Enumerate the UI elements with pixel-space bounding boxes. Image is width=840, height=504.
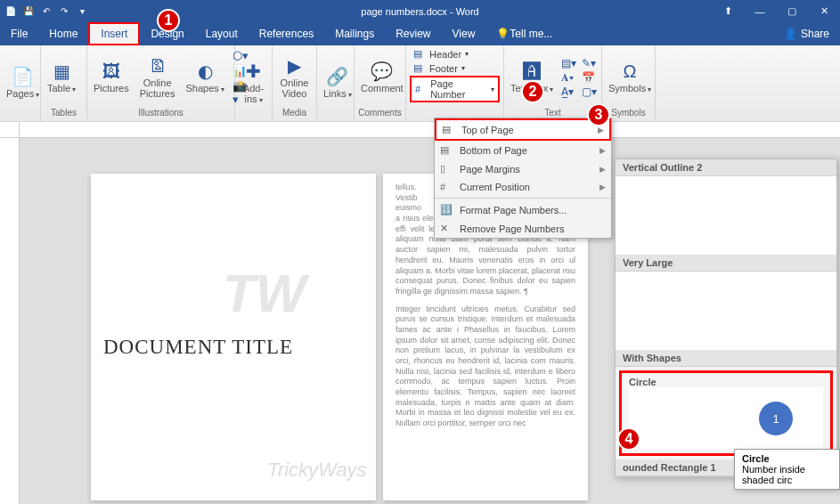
- comment-button[interactable]: 💬Comment: [358, 60, 406, 95]
- tab-mailings[interactable]: Mailings: [324, 22, 385, 45]
- symbols-button[interactable]: ΩSymbols: [606, 60, 654, 96]
- addins-button[interactable]: ✚Add-ins: [239, 60, 268, 107]
- gallery-thumb[interactable]: [616, 272, 836, 350]
- word-logo-icon: 📄: [4, 4, 18, 19]
- dropcap-icon[interactable]: A̲▾: [561, 85, 576, 98]
- online-pictures-button[interactable]: 🖻Online Pictures: [137, 54, 178, 101]
- gallery-section-vl: Very Large: [616, 255, 836, 272]
- signature-icon[interactable]: ✎▾: [582, 57, 597, 69]
- redo-icon[interactable]: ↷: [57, 4, 71, 19]
- comments-group-label: Comments: [358, 108, 402, 119]
- annotation-badge-2: 2: [521, 80, 544, 103]
- tab-home[interactable]: Home: [38, 22, 88, 45]
- tooltip-body: Number inside shaded circ: [742, 464, 832, 485]
- tooltip: Circle Number inside shaded circ: [734, 449, 840, 490]
- minimize-icon[interactable]: —: [744, 0, 776, 22]
- document-page[interactable]: DOCUMENT TITLE: [91, 174, 376, 500]
- tooltip-title: Circle: [742, 453, 832, 464]
- page-number-button[interactable]: #Page Number▾: [410, 76, 500, 102]
- menu-remove-page-numbers[interactable]: ✕Remove Page Numbers: [435, 219, 611, 238]
- shapes-button[interactable]: ◐Shapes: [183, 60, 226, 96]
- menu-bottom-of-page[interactable]: ▤Bottom of Page▶: [435, 141, 611, 159]
- gallery-section-vo2: Vertical Outline 2: [616, 159, 836, 176]
- tab-review[interactable]: Review: [385, 22, 441, 45]
- watermark-text: TrickyWays: [267, 459, 367, 482]
- pages-button[interactable]: 📄Pages: [4, 65, 42, 102]
- horizontal-ruler[interactable]: [0, 122, 840, 138]
- vertical-ruler[interactable]: [0, 138, 20, 504]
- quick-parts-icon[interactable]: ▤▾: [561, 57, 576, 69]
- gallery-section-withshapes: With Shapes: [616, 350, 836, 367]
- page-number-gallery: Vertical Outline 2 Very Large With Shape…: [615, 159, 837, 477]
- qat-dropdown-icon[interactable]: ▾: [75, 4, 89, 19]
- links-button[interactable]: 🔗Links: [321, 65, 355, 102]
- header-button[interactable]: ▤Header▾: [410, 47, 500, 61]
- footer-button[interactable]: ▤Footer▾: [410, 61, 500, 75]
- ribbon-display-icon[interactable]: ⬆: [712, 0, 744, 22]
- gallery-item-label: Circle: [629, 377, 823, 387]
- annotation-badge-3: 3: [587, 103, 610, 126]
- undo-icon[interactable]: ↶: [39, 4, 53, 19]
- wordart-icon[interactable]: 𝐀▾: [561, 71, 576, 84]
- annotation-badge-1: 1: [157, 9, 180, 32]
- close-icon[interactable]: ✕: [808, 0, 840, 22]
- tables-group-label: Tables: [45, 108, 83, 119]
- tab-view[interactable]: View: [442, 22, 486, 45]
- restore-icon[interactable]: ▢: [776, 0, 808, 22]
- share-button[interactable]: 👤 Share: [773, 28, 840, 40]
- tell-me[interactable]: 💡 Tell me...: [485, 22, 563, 45]
- tab-references[interactable]: References: [249, 22, 324, 45]
- tab-insert[interactable]: Insert: [88, 22, 140, 45]
- tab-file[interactable]: File: [0, 22, 38, 45]
- menu-top-of-page[interactable]: ▤Top of Page▶: [435, 118, 611, 141]
- menu-format-page-numbers[interactable]: 🔢Format Page Numbers...: [435, 200, 611, 219]
- body-text: Integer tincidunt ultricies metus. Curab…: [396, 305, 575, 429]
- menu-page-margins[interactable]: ▯Page Margins▶: [435, 159, 611, 178]
- media-group-label: Media: [276, 108, 313, 119]
- gallery-thumb[interactable]: [616, 176, 836, 255]
- symbols-group-label: Symbols: [606, 108, 651, 119]
- table-button[interactable]: ▦Table: [45, 60, 78, 96]
- date-time-icon[interactable]: 📅: [582, 71, 597, 84]
- document-title: DOCUMENT TITLE: [103, 334, 363, 361]
- page-number-menu: ▤Top of Page▶ ▤Bottom of Page▶ ▯Page Mar…: [434, 118, 612, 239]
- annotation-badge-4: 4: [617, 427, 640, 451]
- circle-preview: 1: [759, 402, 793, 435]
- object-icon[interactable]: ▢▾: [582, 85, 597, 98]
- gallery-item-circle[interactable]: Circle 1: [619, 370, 833, 456]
- menu-current-position[interactable]: #Current Position▶: [435, 178, 611, 196]
- pictures-button[interactable]: 🖼Pictures: [91, 60, 132, 95]
- save-icon[interactable]: 💾: [21, 4, 36, 19]
- tab-layout[interactable]: Layout: [195, 22, 249, 45]
- illustrations-group-label: Illustrations: [91, 108, 231, 119]
- online-video-button[interactable]: ▶Online Video: [276, 54, 313, 101]
- window-title: page numbers.docx - Word: [361, 6, 478, 17]
